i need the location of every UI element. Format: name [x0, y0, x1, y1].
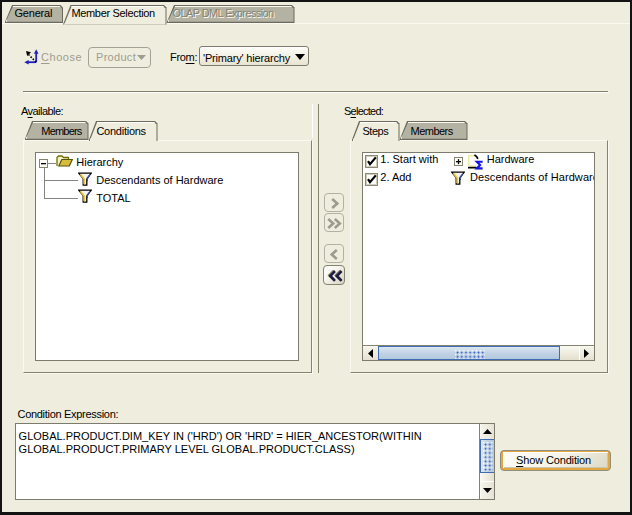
- chevron-left-icon: [330, 249, 338, 260]
- step2-checkbox[interactable]: [365, 173, 378, 186]
- move-all-left-button[interactable]: [323, 265, 345, 285]
- collapse-icon[interactable]: [39, 159, 48, 168]
- expand-icon[interactable]: [454, 157, 463, 166]
- show-condition-button[interactable]: Show Condition: [500, 450, 612, 472]
- arrow-down-icon: [483, 488, 492, 493]
- tab-member-selection[interactable]: Member Selection: [63, 5, 167, 25]
- condition-filter-icon-2: [78, 189, 92, 203]
- chevron-double-left-icon: [327, 270, 343, 282]
- step2-item-label: Descendants of Hardware: [470, 171, 595, 184]
- selected-label: Selected:: [344, 105, 383, 118]
- tab-members-available-label: Members: [41, 125, 81, 138]
- dimension-combo-value: Product: [96, 51, 136, 64]
- tree-line-h1: [48, 163, 56, 164]
- arrow-right-icon: [584, 349, 589, 358]
- tab-members-selected-label: Members: [411, 125, 453, 138]
- dimension-combo-arrow-icon: [137, 55, 146, 60]
- tree-line-h2: [44, 180, 78, 181]
- step2-label: 2. Add: [380, 171, 411, 184]
- condition-expression-label: Condition Expression:: [18, 408, 119, 421]
- hierarchy-combo-arrow-icon: [295, 54, 305, 60]
- from-label: From:: [170, 51, 197, 64]
- move-right-button[interactable]: [324, 193, 344, 212]
- steps-hscrollbar[interactable]: [363, 345, 594, 360]
- conditions-tree[interactable]: Hierarchy Descendants of Hardware TOTAL: [35, 152, 299, 361]
- separator-top-highlight: [24, 92, 609, 93]
- steps-list[interactable]: 1. Start with Hardware 2. Add: [362, 152, 595, 361]
- tree-line-h3: [44, 198, 78, 199]
- condition-expression-textarea[interactable]: GLOBAL.PRODUCT.DIM_KEY IN ('HRD') OR 'HR…: [15, 423, 495, 500]
- move-all-right-button[interactable]: [324, 213, 344, 232]
- tree-line-v: [44, 168, 45, 199]
- tab-steps[interactable]: Steps: [352, 121, 400, 141]
- hierarchy-combo[interactable]: 'Primary' hierarchy: [199, 46, 309, 66]
- tab-member-selection-label: Member Selection: [71, 7, 155, 20]
- window-border-left: [0, 0, 2, 515]
- tab-conditions-label: Conditions: [96, 125, 145, 138]
- show-condition-label: Show Condition: [516, 454, 591, 467]
- hierarchy-combo-value: 'Primary' hierarchy: [203, 52, 290, 65]
- chevron-right-icon: [331, 198, 339, 209]
- tree-item-descendants[interactable]: Descendants of Hardware: [96, 174, 223, 187]
- separator-middle-highlight: [312, 104, 313, 138]
- condition-filter-icon-1: [78, 172, 92, 186]
- arrow-left-icon: [368, 349, 373, 358]
- condition-vscroll-thumb[interactable]: [480, 439, 495, 473]
- tab-members-selected[interactable]: Members: [400, 121, 468, 140]
- choose-dimension-icon: [24, 49, 40, 65]
- scroll-down-button[interactable]: [481, 482, 495, 499]
- window-border-top: [0, 0, 632, 2]
- tab-members-available[interactable]: Members: [25, 121, 89, 140]
- steps-hscroll-thumb[interactable]: [378, 346, 560, 361]
- tree-item-hierarchy[interactable]: Hierarchy: [76, 156, 123, 169]
- thumb-grip: [455, 350, 485, 359]
- member-sigma-icon: [467, 154, 484, 171]
- tab-general-label: General: [15, 7, 53, 20]
- separator-middle: [318, 104, 319, 373]
- tab-olap-dml-expression-label: OLAP DML Expression: [173, 7, 274, 20]
- scroll-right-button[interactable]: [580, 347, 595, 361]
- scroll-left-button[interactable]: [363, 347, 378, 361]
- folder-open-icon: [56, 155, 73, 167]
- dimension-combo[interactable]: Product: [88, 47, 151, 68]
- chevron-double-right-icon: [327, 218, 342, 229]
- step1-checkbox[interactable]: [365, 155, 378, 168]
- tab-general[interactable]: General: [5, 5, 64, 23]
- thumb-grip-v: [483, 442, 493, 471]
- step1-label: 1. Start with: [380, 153, 438, 166]
- condition-vscrollbar[interactable]: [479, 424, 494, 499]
- tab-olap-dml-expression[interactable]: OLAP DML Expression: [167, 5, 295, 23]
- step1-item-label: Hardware: [487, 153, 535, 166]
- available-label: Available:: [21, 105, 63, 118]
- tree-item-total[interactable]: TOTAL: [96, 192, 130, 205]
- arrow-up-icon: [483, 429, 492, 434]
- condition-expression-text: GLOBAL.PRODUCT.DIM_KEY IN ('HRD') OR 'HR…: [19, 430, 422, 456]
- scroll-up-button[interactable]: [481, 424, 495, 439]
- step2-filter-icon: [451, 171, 465, 185]
- member-selection-dialog: General Member Selection OLAP DML Expres…: [0, 0, 632, 515]
- move-left-button[interactable]: [324, 244, 344, 263]
- tab-conditions[interactable]: Conditions: [89, 121, 158, 141]
- choose-label: Choose: [41, 51, 82, 64]
- tab-steps-label: Steps: [363, 125, 389, 138]
